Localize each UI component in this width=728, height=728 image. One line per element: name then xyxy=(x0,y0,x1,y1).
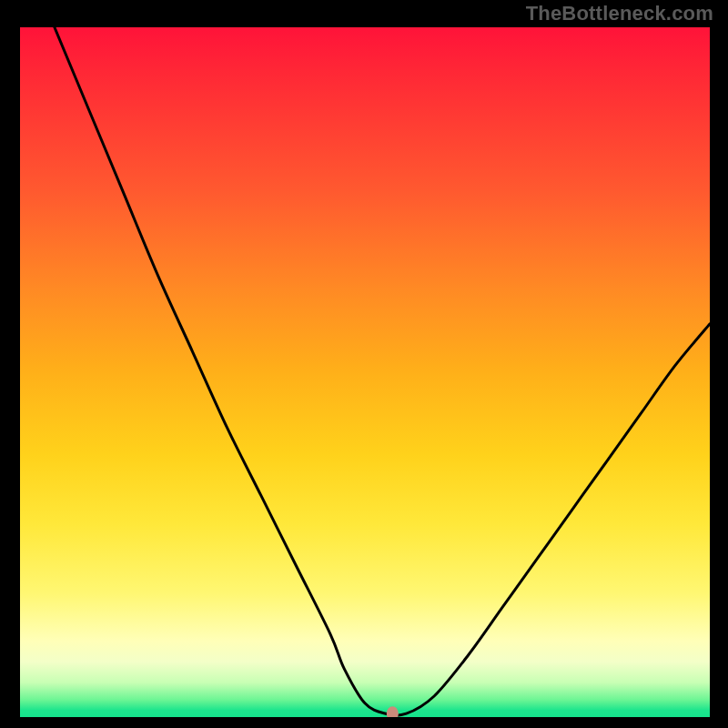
optimal-point-marker xyxy=(387,706,399,717)
curve-svg xyxy=(20,27,710,717)
plot-area xyxy=(20,27,710,717)
bottleneck-curve xyxy=(55,27,710,715)
watermark-text: TheBottleneck.com xyxy=(526,2,713,25)
chart-frame: TheBottleneck.com xyxy=(0,0,728,728)
